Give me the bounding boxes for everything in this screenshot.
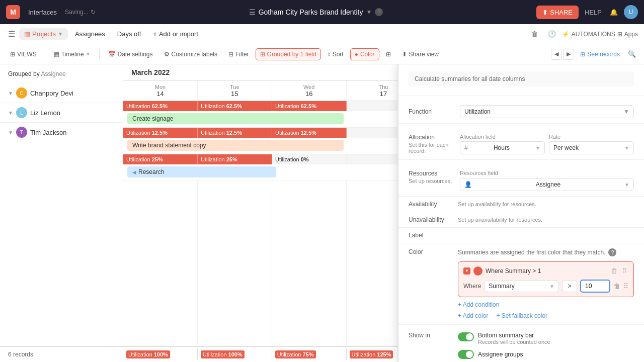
condition-op-select[interactable]: >: [562, 280, 577, 292]
add-color-button[interactable]: + Add color: [458, 312, 488, 319]
help-icon[interactable]: ?: [608, 248, 616, 256]
assignee-header-liz[interactable]: ▼ L Liz Lemon: [0, 103, 123, 122]
day-header-tue: Tue 15: [198, 81, 272, 101]
see-records-label: See records: [587, 51, 620, 58]
nav-add-import[interactable]: + Add or import: [148, 28, 203, 40]
alloc-rate-select[interactable]: Per week ▼: [549, 141, 634, 154]
task-research[interactable]: ◀ Research: [127, 166, 276, 177]
function-select[interactable]: Utilization ▼: [460, 105, 634, 118]
show-in-row: Show in Bottom summary bar Records will …: [409, 332, 634, 359]
toggle-row-assignee: Assignee groups: [458, 350, 634, 359]
see-records-button[interactable]: ⊞ See records: [576, 49, 624, 60]
page-settings-icon[interactable]: ▼: [366, 9, 372, 16]
panel-unavailability-section: Unavailability Set up unavailability for…: [398, 212, 644, 228]
grouped-label: Grouped by 1 field: [267, 51, 316, 58]
next-arrow[interactable]: ▶: [563, 49, 574, 60]
function-label: Function: [409, 108, 454, 115]
records-count: 6 records: [0, 351, 123, 358]
apps-button[interactable]: ⊞ Apps: [617, 31, 638, 38]
resources-field-select[interactable]: 👤 Assignee ▼: [460, 178, 634, 191]
day-header-mon: Mon 14: [123, 81, 198, 101]
unavailability-row: Unavailability Set up unavailability for…: [409, 216, 634, 223]
task-brand-statement[interactable]: Write brand statement copy: [127, 140, 344, 151]
customize-labels-button[interactable]: ⚙ Customize labels: [159, 48, 222, 60]
label-section-label: Label: [409, 232, 454, 239]
nav-projects[interactable]: ▦ Projects ▼: [19, 28, 68, 40]
unavailability-label: Unavailability: [409, 216, 454, 223]
views-label: VIEWS: [17, 51, 37, 58]
app-logo: M: [6, 5, 20, 19]
condition-value-input[interactable]: [580, 280, 610, 293]
liz-util-wed: Utilization 12.5%: [272, 128, 347, 138]
timeline-icon: ▦: [54, 51, 59, 58]
month-label: March 2022: [131, 68, 170, 76]
notifications-button[interactable]: 🔔: [608, 7, 620, 18]
help-button[interactable]: HELP: [583, 7, 604, 18]
condition-field-select[interactable]: Summary ▼: [484, 280, 559, 292]
grid-button[interactable]: ⊞: [381, 48, 395, 60]
liz-util-mon: Utilization 12.5%: [123, 128, 198, 138]
interfaces-button[interactable]: Interfaces: [24, 7, 61, 18]
timeline-button[interactable]: ▦ Timeline ▼: [49, 48, 95, 60]
toggle-row-summary: Bottom summary bar Records will be count…: [458, 332, 634, 345]
date-settings-button[interactable]: 📅 Date settings: [104, 48, 157, 60]
user-avatar[interactable]: U: [624, 5, 638, 19]
task-create-signage[interactable]: Create signage: [127, 113, 344, 124]
function-value: Utilization: [464, 108, 491, 115]
assignee-header-tim[interactable]: ▼ T Tim Jackson: [0, 123, 123, 142]
chanpory-util-wed: Utilization 62.5%: [272, 101, 347, 111]
prev-arrow[interactable]: ◀: [551, 49, 562, 60]
page-info-icon[interactable]: ?: [375, 8, 383, 16]
sidebar-header: Grouped by Assignee: [0, 64, 123, 83]
resources-row: Resources Set up resources. Resources fi…: [409, 170, 634, 191]
timeline-chevron: ▼: [86, 52, 91, 57]
rule-handle-icon[interactable]: ⠿: [621, 266, 628, 276]
toggle-assignee-groups[interactable]: [458, 350, 474, 359]
filter-button[interactable]: ⊟ Filter: [224, 48, 254, 60]
panel-color-section: Color Summaries are assigned the first c…: [398, 243, 644, 325]
condition-field-value: Summary: [489, 283, 514, 290]
views-button[interactable]: ⊞ VIEWS: [6, 49, 41, 60]
grid-icon: ⊞: [386, 51, 391, 58]
function-row: Function Utilization ▼: [409, 105, 634, 118]
panel-function-section: Function Utilization ▼: [398, 96, 644, 124]
panel-availability-section: Availability Set up availability for res…: [398, 197, 644, 212]
search-button[interactable]: 🔍: [626, 48, 638, 60]
assignee-name-liz: Liz Lemon: [30, 109, 60, 117]
share-view-button[interactable]: ⬆ Share view: [397, 48, 443, 60]
condition-delete-icon[interactable]: 🗑: [613, 282, 620, 290]
grouped-button[interactable]: ⊞ Grouped by 1 field: [256, 48, 321, 60]
alloc-field-row: Allocation field # Hours ▼ Rate: [460, 134, 634, 154]
toggle-summary-bar[interactable]: [458, 332, 474, 341]
history-button[interactable]: 🕐: [544, 28, 560, 40]
assignee-header-chanpory[interactable]: ▼ C Chanpory Devi: [0, 83, 123, 103]
alloc-rate-col: Rate Per week ▼: [549, 134, 634, 154]
share-button[interactable]: ⬆ SHARE: [536, 6, 579, 19]
set-fallback-color-button[interactable]: + Set fallback color: [496, 312, 547, 319]
chanpory-util-mon: Utilization 62.5%: [123, 101, 198, 111]
assignee-group-chanpory: ▼ C Chanpory Devi: [0, 83, 123, 103]
allocation-row: Allocation Set this for each record. All…: [409, 134, 634, 154]
add-condition-button[interactable]: + Add condition: [458, 301, 634, 308]
page-title: Gotham City Parks Brand Identity: [259, 8, 363, 16]
assignee-group-tim: ▼ T Tim Jackson: [0, 123, 123, 142]
alloc-field-select[interactable]: # Hours ▼: [460, 141, 545, 154]
where-label: Where: [463, 283, 481, 290]
grouped-by-label: Grouped by: [8, 70, 40, 77]
color-section-label: Color: [409, 248, 454, 255]
sort-icon: ↕: [328, 51, 331, 58]
day-header-wed: Wed 16: [272, 81, 347, 101]
nav-menu-icon[interactable]: ☰: [6, 27, 17, 41]
delete-button[interactable]: 🗑: [527, 28, 542, 40]
rule-delete-icon[interactable]: 🗑: [610, 266, 618, 276]
sort-button[interactable]: ↕ Sort: [323, 48, 348, 60]
nav-assignees[interactable]: Assignees: [70, 28, 110, 40]
alloc-field-label: Allocation field: [460, 134, 545, 140]
nav-days-off[interactable]: Days off: [112, 28, 146, 40]
color-main-row: Color Summaries are assigned the first c…: [409, 248, 634, 319]
assignee-icon: 👤: [464, 181, 472, 188]
summary-bar-sub: Records will be counted once: [478, 339, 550, 345]
unavailability-sub: Set up unavailability for resources.: [458, 217, 542, 223]
color-button[interactable]: ● Color: [350, 48, 379, 60]
automations-button[interactable]: ⚡ AUTOMATIONS: [562, 31, 615, 38]
